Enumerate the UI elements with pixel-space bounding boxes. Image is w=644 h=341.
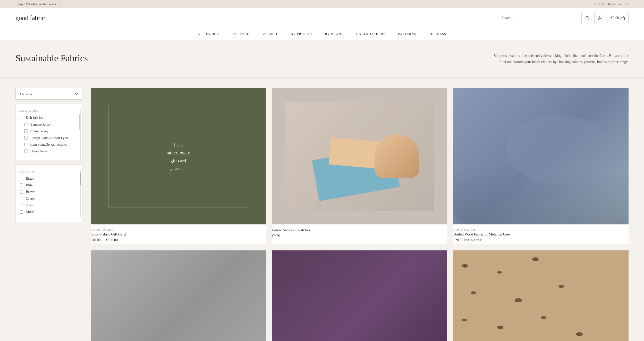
product-image-wool (453, 88, 629, 224)
sort-label: SORT... (20, 92, 32, 96)
product-image-grey-fabric: SALE (91, 250, 266, 341)
product-card-grey-fabric[interactable]: SALE (91, 250, 266, 341)
product-info-swatches: Fabric Sample Swatches £0.50 (272, 224, 447, 240)
svg-point-2 (599, 16, 601, 18)
filter-label: Grey (26, 203, 33, 207)
product-card-leopard-fabric[interactable]: NEW (453, 250, 629, 341)
filter-label: Gem Pointelle Knit Fabrics (30, 143, 67, 147)
product-card-gift-card[interactable]: It's a rather lovely gift card good fabr… (91, 88, 266, 244)
product-image-swatches (272, 88, 447, 224)
search-icon (585, 16, 589, 20)
swatches-background (272, 88, 447, 224)
filter-item-black[interactable]: Black (20, 177, 78, 181)
filter-label: Brown (26, 190, 36, 194)
product-name-swatches: Fabric Sample Swatches (272, 228, 447, 232)
product-card-purple-fabric[interactable] (272, 250, 447, 341)
product-image-purple-fabric (272, 250, 447, 341)
scrollbar-track (80, 109, 81, 160)
search-bar[interactable] (498, 13, 580, 23)
product-name-wool: Boiled Wool Fabric in Melange Grey (453, 232, 629, 237)
filter-item-multi[interactable]: Multi (20, 210, 78, 214)
colour-scrollbar-thumb[interactable] (80, 172, 81, 185)
filter-item-econyl[interactable]: Econyl Swim & Sport Lycra (20, 136, 78, 140)
checkbox-multi[interactable] (20, 210, 23, 214)
search-button[interactable] (581, 13, 593, 23)
product-price-swatches: £0.50 (272, 234, 447, 238)
product-brand-wool: GOOD FABRIC (453, 228, 629, 231)
products-grid: It's a rather lovely gift card good fabr… (91, 88, 629, 341)
checkbox-knit-fabrics[interactable] (20, 116, 23, 119)
chevron-down-icon (75, 93, 78, 95)
sort-dropdown[interactable]: SORT... (15, 88, 82, 100)
product-card-wool[interactable]: GOOD FABRIC Boiled Wool Fabric in Melang… (453, 88, 629, 244)
filter-item-cotton[interactable]: Cotton jersey (20, 129, 78, 133)
gift-card-text-line1: It's a (174, 142, 183, 148)
banner-right: Free UK delivery over £75 (592, 2, 629, 6)
nav-by-project[interactable]: BY PROJECT (291, 32, 313, 36)
checkbox-black[interactable] (20, 177, 23, 180)
hero-description: Shop sustainable and eco friendly dressm… (489, 53, 629, 65)
search-input[interactable] (502, 16, 577, 20)
banner-left[interactable]: Enjoy 10% off your first order → (15, 2, 61, 6)
nav-haberdashery[interactable]: HABERDASHERY (356, 32, 386, 36)
checkbox-hemp[interactable] (24, 150, 28, 153)
filter-item-knit-fabrics[interactable]: Knit fabrics (20, 116, 78, 120)
hero-section: Sustainable Fabrics Shop sustainable and… (0, 40, 644, 78)
nav-business[interactable]: BUSINESS (429, 32, 446, 36)
checkbox-blue[interactable] (20, 183, 23, 187)
gift-card-text-line3: gift card (171, 158, 186, 164)
filter-label: Blue (26, 183, 32, 187)
filter-label: Green (26, 197, 35, 201)
filter-label: Econyl Swim & Sport Lycra (30, 136, 69, 140)
cart-total: £0.00 (611, 16, 619, 20)
top-banner: Enjoy 10% off your first order → Free UK… (0, 0, 644, 8)
main-content: SORT... CATEGORY Knit fabrics Bamboo Jer… (0, 78, 644, 341)
filter-item-blue[interactable]: Blue (20, 183, 78, 187)
checkbox-cotton[interactable] (24, 129, 28, 133)
account-button[interactable] (594, 13, 606, 23)
filter-item-bamboo[interactable]: Bamboo Jersey (20, 123, 78, 127)
gift-card-border: It's a rather lovely gift card good fabr… (108, 105, 248, 207)
nav-by-style[interactable]: BY STYLE (232, 32, 249, 36)
filter-label: Cotton jersey (30, 129, 48, 133)
nav-by-fibre[interactable]: BY FIBRE (261, 32, 278, 36)
nav-by-brand[interactable]: BY BRAND (325, 32, 344, 36)
main-nav: ALL FABRIC BY STYLE BY FIBRE BY PROJECT … (0, 28, 644, 40)
product-price-wool: £28.50 PER METRE (453, 238, 629, 242)
colour-scrollbar-track (80, 170, 81, 217)
colour-filter: COLOUR Black Blue Brown Green Grey (15, 164, 82, 222)
product-card-swatches[interactable]: Fabric Sample Swatches £0.50 (272, 88, 447, 244)
svg-point-0 (586, 16, 588, 19)
category-filter-title: CATEGORY (20, 109, 78, 112)
filter-item-green[interactable]: Green (20, 197, 78, 201)
filter-item-brown[interactable]: Brown (20, 190, 78, 194)
colour-filter-title: COLOUR (20, 170, 78, 173)
category-filter: CATEGORY Knit fabrics Bamboo Jersey Cott… (15, 104, 82, 160)
checkbox-brown[interactable] (20, 190, 23, 194)
checkbox-econyl[interactable] (24, 136, 28, 139)
cart-button[interactable]: £0.00 (607, 13, 629, 23)
scrollbar-thumb[interactable] (79, 114, 80, 130)
svg-rect-3 (621, 17, 624, 20)
filter-item-grey[interactable]: Grey (20, 203, 78, 207)
gift-card-background: It's a rather lovely gift card good fabr… (91, 88, 266, 224)
gift-card-text-line2: rather lovely (166, 150, 190, 156)
gift-card-logo: good fabric (170, 168, 186, 171)
shopping-bag-icon (621, 16, 625, 20)
checkbox-bamboo[interactable] (24, 123, 28, 126)
nav-all-fabric[interactable]: ALL FABRIC (198, 32, 219, 36)
filter-label: Knit fabrics (26, 116, 43, 120)
product-brand-gift-card: GOOD FABRIC (91, 228, 266, 231)
filter-item-hemp[interactable]: Hemp Jersey (20, 149, 78, 153)
filter-label: Black (26, 177, 34, 181)
checkbox-gem[interactable] (24, 143, 28, 146)
checkbox-grey[interactable] (20, 204, 23, 207)
svg-line-1 (588, 19, 589, 20)
product-price-gift-card: £10.00 — £100.00 (91, 238, 266, 242)
user-icon (598, 16, 602, 20)
product-image-gift-card: It's a rather lovely gift card good fabr… (91, 88, 266, 224)
nav-patterns[interactable]: PATTERNS (398, 32, 416, 36)
filter-item-gem[interactable]: Gem Pointelle Knit Fabrics (20, 143, 78, 147)
checkbox-green[interactable] (20, 197, 23, 200)
logo[interactable]: good fabric (15, 14, 45, 22)
